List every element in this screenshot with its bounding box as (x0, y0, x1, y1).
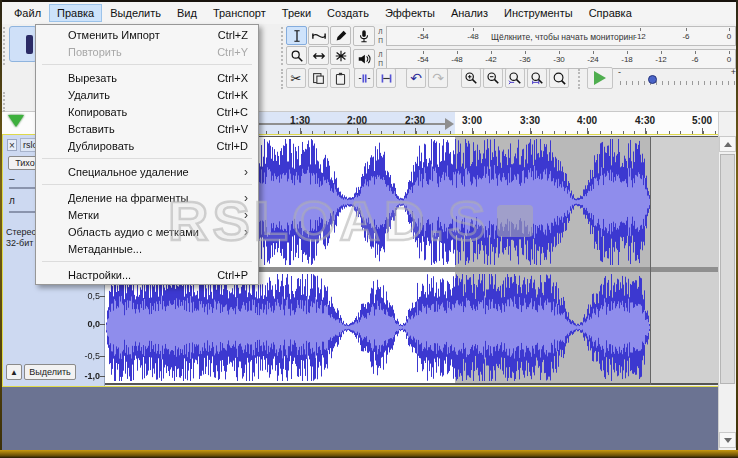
copy-button[interactable] (308, 68, 328, 88)
menubar-item-Создать[interactable]: Создать (319, 4, 377, 22)
paste-button[interactable] (330, 68, 350, 88)
speed-plus-label: + (731, 67, 736, 77)
draw-tool-button[interactable] (330, 26, 351, 45)
speed-slider-thumb[interactable] (648, 75, 657, 84)
pause-button[interactable] (9, 26, 37, 62)
fit-selection-button[interactable] (505, 68, 525, 88)
ibeam-icon (290, 29, 304, 43)
meter-scale-number: -36 (519, 55, 531, 64)
menu-item-Специальное удаление[interactable]: Специальное удаление› (36, 163, 258, 180)
menu-item-Отменить Импорт[interactable]: Отменить ИмпортCtrl+Z (36, 26, 258, 43)
scrollbar-thumb[interactable] (720, 154, 735, 384)
track-select-button[interactable]: Выделить (24, 364, 76, 380)
scissors-icon: ✂ (291, 72, 302, 85)
tools-toolbar-grip[interactable] (281, 27, 285, 65)
playback-speed-slider[interactable]: - + (618, 67, 738, 89)
record-meter-mic-button[interactable] (353, 26, 375, 46)
menu-item-Деление на фрагменты[interactable]: Деление на фрагменты› (36, 189, 258, 206)
menu-item-Метки[interactable]: Метки› (36, 206, 258, 223)
collapse-track-button[interactable]: ▲ (6, 364, 22, 380)
playback-meter-channel-labels: ЛП (376, 50, 385, 68)
menu-item-Настройки...[interactable]: Настройки...Ctrl+P (36, 266, 258, 283)
speed-tick (704, 81, 705, 85)
zoom-tool-button[interactable] (286, 46, 307, 65)
multi-tool-button[interactable] (330, 46, 351, 65)
zoom-toggle-icon (552, 71, 566, 85)
redo-button[interactable]: ↷ (428, 68, 448, 88)
trim-audio-button[interactable] (354, 68, 374, 88)
menu-item-Повторить[interactable]: ПовторитьCtrl+Y (36, 43, 258, 60)
menubar-item-Правка[interactable]: Правка (49, 4, 102, 22)
silence-icon (380, 72, 393, 85)
menu-item-Метаданные...[interactable]: Метаданные... (36, 240, 258, 257)
transcription-toolbar-grip[interactable] (578, 69, 582, 89)
menubar-item-Анализ[interactable]: Анализ (443, 4, 496, 22)
vruler-tick (100, 376, 105, 377)
envelope-tool-button[interactable] (308, 26, 329, 45)
recording-meter[interactable]: -54-48Щёлкните, чтобы начать мониторинг-… (386, 26, 736, 46)
vruler-tick (100, 296, 105, 297)
meter-scale-number: -6 (682, 32, 689, 41)
playback-meter[interactable]: -54-48-42-36-30-24-18-12-60 (386, 49, 736, 69)
timeline-label-4:30: 4:30 (635, 115, 655, 126)
menu-item-Вырезать[interactable]: ВырезатьCtrl+X (36, 69, 258, 86)
track-close-button[interactable]: × (7, 139, 17, 151)
zoom-toggle-button[interactable] (549, 68, 569, 88)
meter-scale-number: 0 (727, 55, 731, 64)
speed-tick (728, 81, 729, 85)
vertical-scrollbar[interactable] (718, 112, 736, 450)
zoom-out-button[interactable] (483, 68, 503, 88)
pencil-icon (334, 29, 348, 43)
scroll-down-button[interactable] (719, 432, 736, 448)
playback-meter-speaker-button[interactable] (353, 49, 375, 69)
menu-item-Удалить[interactable]: УдалитьCtrl+K (36, 86, 258, 103)
gain-min-label: – (9, 173, 15, 184)
microphone-icon (357, 29, 371, 43)
cut-button[interactable]: ✂ (286, 68, 306, 88)
meter-tick (729, 28, 730, 31)
meter-tick (423, 51, 424, 54)
menu-item-Область аудио с метками[interactable]: Область аудио с метками› (36, 223, 258, 240)
timeshift-tool-button[interactable] (308, 46, 329, 65)
menubar-item-Инструменты[interactable]: Инструменты (496, 4, 581, 22)
double-arrow-icon (312, 49, 326, 63)
device-toolbar-grip[interactable] (3, 92, 7, 112)
menubar-item-Справка[interactable]: Справка (581, 4, 640, 22)
meter-tick (695, 51, 696, 54)
meter-tick (423, 28, 424, 31)
scroll-up-button[interactable] (719, 136, 736, 152)
edit-menu-popup: Отменить ИмпортCtrl+ZПовторитьCtrl+YВыре… (35, 24, 259, 285)
menubar-item-Эффекты[interactable]: Эффекты (377, 4, 443, 22)
menu-item-Копировать[interactable]: КопироватьCtrl+C (36, 103, 258, 120)
menubar-item-Выделить[interactable]: Выделить (102, 4, 169, 22)
timeline-label-3:30: 3:30 (520, 115, 540, 126)
envelope-icon (312, 29, 326, 43)
meter-scale-number: -18 (621, 55, 633, 64)
pinned-playhead-button[interactable] (8, 115, 24, 127)
edit-toolbar-grip[interactable] (281, 69, 285, 89)
meter-tick (559, 51, 560, 54)
zoom-out-icon (486, 71, 500, 85)
menubar-item-Вид[interactable]: Вид (169, 4, 205, 22)
menubar-item-Треки[interactable]: Треки (274, 4, 319, 22)
menu-item-Вставить[interactable]: ВставитьCtrl+V (36, 120, 258, 137)
redo-arrow-icon: ↷ (432, 71, 444, 85)
meter-scale-number: -48 (451, 55, 463, 64)
speed-slider-ticks (620, 81, 734, 86)
menubar-item-Файл[interactable]: Файл (6, 4, 49, 22)
speed-minus-label: - (618, 67, 621, 77)
menubar-item-Транспорт[interactable]: Транспорт (205, 4, 274, 22)
selection-tool-button[interactable] (286, 26, 307, 45)
transport-toolbar-grip[interactable] (3, 27, 7, 65)
meter-scale-number: -24 (587, 55, 599, 64)
zoom-in-button[interactable] (461, 68, 481, 88)
speed-tick (638, 81, 639, 85)
meter-monitor-message: Щёлкните, чтобы начать мониторинг (491, 32, 636, 42)
vruler-label-0,0: 0,0 (72, 319, 100, 329)
timeline-label-5:00: 5:00 (692, 115, 712, 126)
silence-audio-button[interactable] (376, 68, 396, 88)
play-at-speed-button[interactable] (587, 67, 613, 89)
menu-item-Дублировать[interactable]: ДублироватьCtrl+D (36, 137, 258, 154)
fit-project-button[interactable] (527, 68, 547, 88)
undo-button[interactable]: ↶ (406, 68, 426, 88)
